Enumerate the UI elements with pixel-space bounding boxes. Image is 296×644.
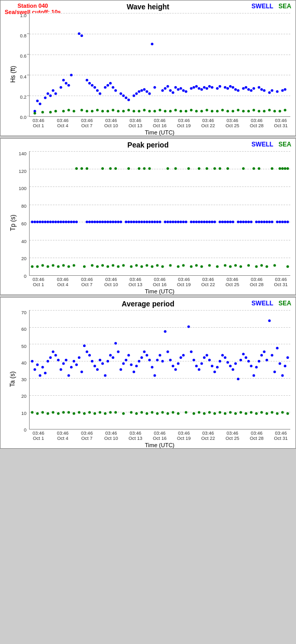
svg-point-422	[224, 412, 226, 415]
svg-point-225	[109, 167, 112, 170]
svg-point-10	[47, 92, 49, 95]
svg-point-75	[250, 89, 252, 92]
svg-point-431	[271, 411, 273, 413]
svg-point-344	[174, 368, 177, 371]
svg-point-376	[260, 354, 263, 357]
svg-point-229	[143, 167, 145, 170]
svg-point-44	[153, 86, 156, 89]
svg-point-390	[47, 412, 49, 415]
svg-point-239	[242, 167, 245, 170]
svg-point-142	[57, 221, 60, 223]
svg-point-286	[265, 265, 268, 268]
svg-point-415	[185, 411, 187, 413]
svg-point-9	[44, 97, 47, 99]
svg-point-232	[174, 167, 177, 170]
svg-point-181	[172, 221, 174, 223]
svg-point-368	[239, 359, 242, 361]
svg-point-260	[106, 265, 109, 268]
svg-point-388	[36, 412, 39, 415]
plot-area-pp	[29, 151, 290, 276]
svg-point-190	[198, 221, 200, 223]
svg-point-374	[255, 366, 258, 368]
svg-point-218	[281, 221, 284, 223]
svg-point-141	[55, 221, 57, 223]
svg-point-94	[91, 110, 93, 113]
svg-point-354	[203, 356, 206, 359]
svg-point-180	[169, 221, 172, 223]
svg-point-97	[106, 110, 109, 113]
svg-point-149	[75, 221, 78, 223]
svg-point-176	[156, 221, 158, 223]
svg-point-257	[91, 264, 93, 266]
svg-point-82	[276, 90, 278, 93]
svg-point-51	[177, 88, 180, 91]
svg-point-28	[106, 84, 109, 87]
svg-point-425	[239, 411, 242, 413]
svg-point-316	[101, 363, 104, 365]
svg-point-22	[88, 82, 91, 85]
svg-point-291	[36, 364, 39, 366]
chart2-title: Peak period	[127, 141, 168, 149]
svg-point-114	[195, 110, 198, 113]
svg-point-327	[130, 364, 132, 366]
svg-point-317	[104, 374, 106, 377]
svg-point-214	[268, 221, 271, 223]
svg-point-67	[226, 87, 229, 90]
svg-point-170	[140, 221, 143, 223]
svg-point-347	[182, 354, 185, 357]
svg-point-250	[47, 265, 49, 268]
svg-point-50	[174, 86, 177, 89]
svg-point-298	[55, 354, 57, 357]
chart1-legend: SWELL SEA	[251, 3, 291, 10]
svg-point-414	[177, 412, 180, 415]
wh-data-dots	[30, 13, 290, 116]
svg-point-199	[224, 221, 226, 223]
svg-point-409	[151, 411, 153, 413]
chart1-title: Wave height	[127, 3, 169, 11]
svg-point-137	[44, 221, 47, 223]
svg-point-147	[70, 221, 73, 223]
svg-point-12	[52, 89, 55, 92]
svg-point-54	[185, 90, 187, 93]
svg-point-277	[208, 264, 211, 266]
svg-point-138	[47, 221, 49, 223]
svg-point-324	[122, 363, 125, 365]
plot-area-wh	[29, 13, 290, 117]
svg-point-371	[247, 360, 250, 363]
svg-point-325	[125, 359, 127, 361]
svg-point-342	[169, 359, 172, 361]
svg-point-397	[83, 412, 86, 415]
svg-point-118	[216, 110, 219, 113]
svg-point-309	[83, 344, 86, 347]
svg-point-146	[68, 221, 70, 223]
svg-point-418	[203, 412, 206, 415]
svg-point-219	[284, 221, 286, 223]
svg-point-205	[242, 221, 245, 223]
svg-point-264	[130, 265, 132, 268]
svg-point-228	[138, 167, 140, 170]
svg-point-360	[219, 360, 221, 363]
svg-point-266	[140, 265, 143, 268]
svg-point-101	[127, 109, 130, 112]
svg-point-313	[93, 365, 96, 367]
svg-point-131	[284, 109, 286, 112]
peak-period-chart: Peak period SWELL SEA Tp (s) 14012010080…	[0, 138, 296, 295]
svg-point-69	[232, 86, 234, 89]
svg-point-252	[57, 265, 60, 268]
svg-point-66	[224, 86, 226, 89]
svg-point-272	[177, 265, 180, 268]
svg-point-160	[112, 221, 114, 223]
svg-point-93	[86, 110, 88, 113]
chart1-title-bar: Station 040 Sea/swell cutoff: 10s Wave h…	[1, 1, 295, 13]
svg-point-356	[208, 359, 211, 361]
svg-point-378	[265, 359, 268, 361]
svg-point-184	[180, 221, 182, 223]
svg-point-293	[42, 366, 44, 368]
svg-point-188	[193, 221, 195, 223]
svg-point-221	[75, 167, 78, 170]
svg-point-370	[245, 356, 247, 359]
svg-point-152	[91, 221, 93, 223]
svg-point-17	[68, 84, 70, 87]
svg-point-60	[203, 86, 206, 89]
svg-point-333	[145, 354, 148, 357]
